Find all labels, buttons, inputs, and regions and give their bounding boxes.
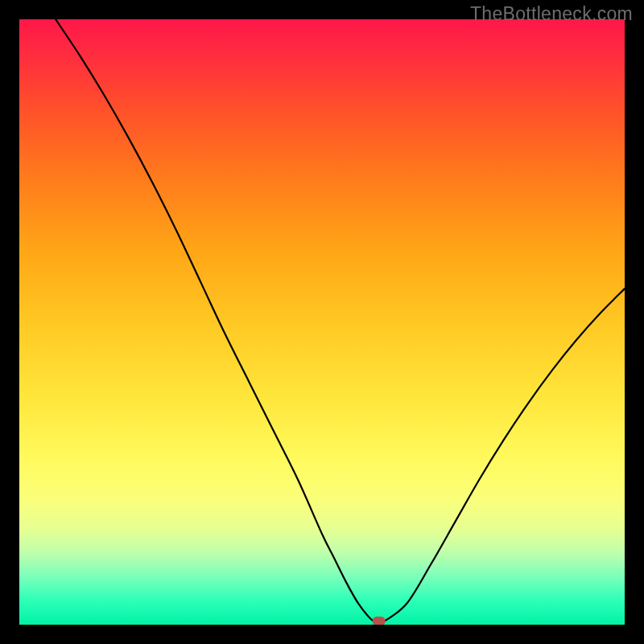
optimal-point-marker: [373, 617, 386, 625]
chart-svg: [19, 19, 625, 625]
watermark-text: TheBottleneck.com: [470, 3, 633, 25]
chart-frame: TheBottleneck.com: [0, 0, 644, 644]
bottleneck-curve-line: [56, 19, 625, 624]
